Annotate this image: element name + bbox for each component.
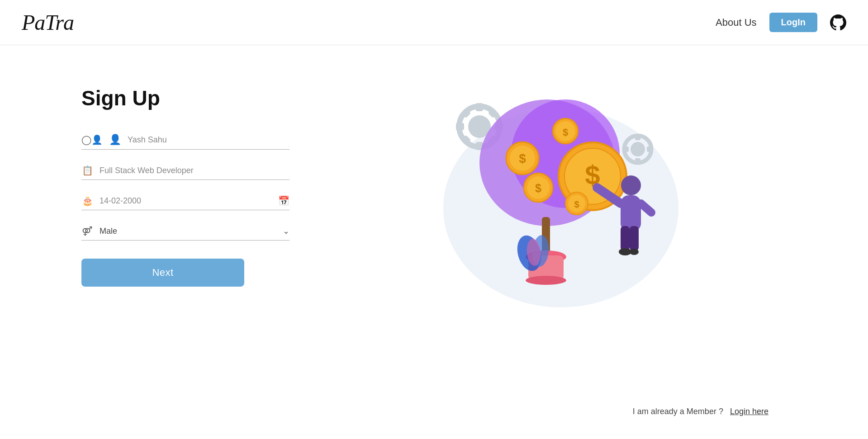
svg-rect-46 <box>630 226 639 251</box>
person-icon: ◯👤 <box>81 134 103 145</box>
svg-text:$: $ <box>562 127 568 138</box>
user-icon: 👤 <box>109 134 121 146</box>
profession-field-group: 📋 <box>81 160 289 180</box>
dob-field-group: 🎂 📅 <box>81 190 289 210</box>
svg-rect-3 <box>476 103 483 111</box>
login-here-link[interactable]: Login here <box>730 407 768 416</box>
illustration-section: $ $ $ $ $ <box>308 72 814 307</box>
name-input[interactable] <box>128 135 289 145</box>
name-field-group: ◯👤 👤 <box>81 128 289 150</box>
gender-select[interactable]: Male Female Other <box>100 227 283 236</box>
calendar-icon[interactable]: 📅 <box>278 195 289 206</box>
svg-rect-45 <box>621 226 630 251</box>
github-icon[interactable] <box>830 14 846 31</box>
svg-point-12 <box>631 142 645 156</box>
svg-text:$: $ <box>574 199 579 209</box>
already-member-text: I am already a Member ? Login here <box>633 407 768 416</box>
nav-right: About Us LogIn <box>716 13 846 32</box>
birthday-icon: 🎂 <box>81 195 93 206</box>
profession-icon: 📋 <box>81 165 93 176</box>
next-button[interactable]: Next <box>81 259 244 287</box>
about-link[interactable]: About Us <box>716 17 757 28</box>
gender-field-group: ⚤ Male Female Other ⌄ <box>81 220 289 241</box>
main-content: Sign Up ◯👤 👤 📋 🎂 📅 ⚤ Male Female Other <box>0 45 868 439</box>
svg-rect-5 <box>456 123 464 130</box>
svg-rect-15 <box>622 146 629 152</box>
dob-input[interactable] <box>100 196 278 206</box>
svg-point-41 <box>621 175 641 195</box>
chevron-down-icon: ⌄ <box>283 226 289 236</box>
svg-rect-16 <box>647 146 653 152</box>
hero-illustration: $ $ $ $ $ <box>425 72 697 307</box>
profession-input[interactable] <box>100 166 289 175</box>
signup-title: Sign Up <box>81 86 308 110</box>
svg-text:$: $ <box>535 182 541 194</box>
signup-section: Sign Up ◯👤 👤 📋 🎂 📅 ⚤ Male Female Other <box>81 72 308 287</box>
logo[interactable]: PaTra <box>22 10 74 35</box>
svg-text:$: $ <box>519 151 526 165</box>
svg-rect-13 <box>635 134 640 140</box>
svg-point-22 <box>526 276 566 285</box>
navbar: PaTra About Us LogIn <box>0 0 868 45</box>
svg-point-48 <box>630 249 639 255</box>
svg-point-47 <box>619 248 631 255</box>
svg-rect-14 <box>635 158 640 165</box>
gender-icon: ⚤ <box>81 226 93 236</box>
login-button[interactable]: LogIn <box>769 13 817 32</box>
